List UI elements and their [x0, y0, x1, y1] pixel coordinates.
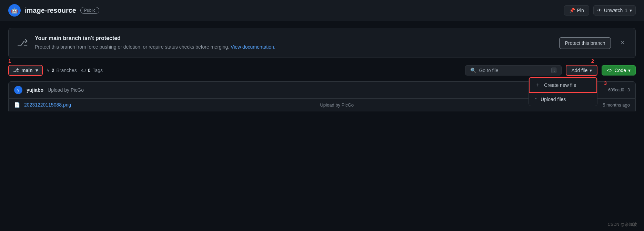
upload-files-label: Upload files: [541, 97, 566, 102]
view-docs-link[interactable]: View documentation.: [231, 44, 275, 50]
commit-avatar: y: [14, 86, 22, 94]
commit-hash: 609cad0 · 3: [608, 88, 630, 92]
main-content: ⎇ Your main branch isn't protected Prote…: [0, 21, 644, 118]
annotation-2: 2: [591, 58, 594, 64]
pin-icon: 📌: [569, 8, 575, 13]
create-new-file-item[interactable]: ＋ Create new file: [529, 77, 597, 93]
tag-icon: 🏷: [81, 68, 86, 73]
code-button[interactable]: <> Code ▾: [602, 65, 636, 76]
annotation-1: 1: [8, 58, 11, 64]
code-icon: <>: [607, 68, 612, 73]
create-new-file-label: Create new file: [544, 82, 576, 88]
branch-fork-icon: ⑂: [47, 68, 50, 73]
goto-file-placeholder: Go to file: [479, 68, 498, 73]
file-bar: 1 ⎇ main ▾ ⑂ 2 Branches 🏷 0 Tags 🔍 Go to…: [8, 65, 636, 76]
commit-author[interactable]: yujiabo: [27, 87, 43, 93]
code-label: Code: [615, 68, 626, 73]
add-file-wrapper: 2 Add file ▾ ＋ Create new file ↑ Upload …: [566, 65, 597, 76]
repository-header: 🤖 image-resource Public 📌 Pin 👁 Unwatch …: [0, 0, 644, 21]
unwatch-count: 1: [625, 8, 627, 13]
file-icon: 📄: [14, 102, 20, 108]
keyboard-shortcut: t: [551, 68, 556, 73]
branch-protection-icon: ⎇: [17, 37, 28, 49]
watermark: CSDN @余加波: [607, 222, 637, 228]
visibility-badge: Public: [80, 7, 99, 14]
file-time: 5 months ago: [603, 102, 630, 108]
branch-selector-button[interactable]: ⎇ main ▾: [8, 65, 43, 76]
banner-title: Your main branch isn't protected: [35, 35, 552, 41]
branch-dropdown-icon: ▾: [36, 68, 38, 73]
pin-button[interactable]: 📌 Pin: [564, 5, 589, 16]
commit-message: Upload by PicGo: [48, 87, 84, 93]
add-file-button[interactable]: Add file ▾: [566, 65, 597, 76]
banner-description: Protect this branch from force pushing o…: [35, 43, 552, 51]
repo-name: image-resource: [25, 7, 76, 14]
chevron-down-icon: ▾: [590, 68, 592, 73]
banner-close-button[interactable]: ×: [618, 38, 627, 48]
add-file-dropdown: ＋ Create new file ↑ Upload files 3: [529, 77, 597, 106]
upload-files-item[interactable]: ↑ Upload files: [529, 93, 597, 106]
repo-avatar: 🤖: [8, 4, 21, 17]
file-commit-message: Upload by PicGo: [320, 102, 354, 108]
protect-branch-button[interactable]: Protect this branch: [559, 37, 611, 49]
branch-name: main: [21, 68, 33, 73]
banner-text: Your main branch isn't protected Protect…: [35, 35, 552, 51]
add-file-label: Add file: [571, 68, 587, 73]
search-icon: 🔍: [470, 68, 476, 73]
annotation-3: 3: [604, 80, 607, 86]
plus-icon: ＋: [535, 81, 541, 89]
chevron-down-icon: ▾: [630, 8, 632, 13]
branch-icon: ⎇: [13, 68, 19, 73]
goto-file-input[interactable]: 🔍 Go to file t: [465, 65, 562, 76]
upload-icon: ↑: [534, 96, 537, 102]
eye-icon: 👁: [597, 8, 602, 13]
file-name[interactable]: 20231220115088.png: [24, 102, 71, 108]
protection-banner: ⎇ Your main branch isn't protected Prote…: [8, 28, 636, 58]
tags-count: 🏷 0 Tags: [81, 68, 103, 73]
code-dropdown-icon: ▾: [628, 68, 631, 73]
unwatch-button[interactable]: 👁 Unwatch 1 ▾: [593, 5, 636, 16]
branches-count: ⑂ 2 Branches: [47, 68, 77, 73]
